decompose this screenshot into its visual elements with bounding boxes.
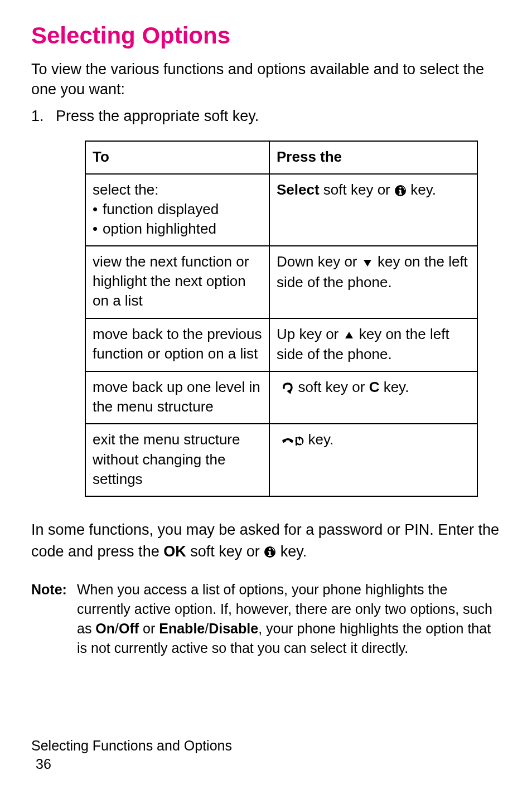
row0-tail1: soft key or [320,181,394,198]
note-mid: or [139,621,159,636]
table-row: view the next function or highlight the … [85,246,477,318]
note-on: On [95,621,115,636]
row1-pre: Down key or [277,253,361,270]
step-number: 1. [31,108,56,125]
footer-section: Selecting Functions and Options [31,738,232,754]
end-call-icon [280,430,304,449]
i-circle-icon [264,540,276,562]
after-paragraph: In some functions, you may be asked for … [31,519,501,564]
bullet-text: function displayed [103,200,262,219]
row4-tail: key. [304,431,333,448]
up-arrow-icon [343,324,355,343]
bullet-item: • function displayed [93,200,262,219]
cell-to-1: view the next function or highlight the … [85,246,269,318]
after-tail: key. [276,543,307,560]
page-title: Selecting Options [31,22,501,49]
cell-press-2: Up key or key on the left side of the ph… [269,318,477,372]
table-row: select the: • function displayed • optio… [85,174,477,246]
bullet-dot: • [93,219,103,239]
i-circle-icon [394,180,407,200]
note-off: Off [119,621,139,636]
note-slash1: / [115,621,119,636]
after-mid: soft key or [186,543,264,560]
cell-to-0: select the: • function displayed • optio… [85,174,269,246]
note-body: When you access a list of options, your … [77,580,501,658]
bullet-dot: • [93,200,103,219]
back-arrow-icon [280,377,294,397]
row3-mid: soft key or [294,379,369,395]
row0-post: key. [407,181,436,198]
key-table: To Press the select the: • function disp… [85,141,478,497]
cell-press-1: Down key or key on the left side of the … [269,246,477,318]
step-1: 1. Press the appropriate soft key. [31,108,501,125]
note-enable: Enable [159,621,205,636]
note-block: Note: When you access a list of options,… [31,580,501,658]
page-footer: Selecting Functions and Options 36 [31,738,232,772]
select-bold: Select [277,181,320,198]
header-to: To [85,141,269,174]
cell-to-2: move back to the previous function or op… [85,318,269,372]
bullet-item: • option highlighted [93,219,262,239]
note-disable: Disable [209,621,258,636]
row2-pre: Up key or [277,326,343,342]
footer-page-number: 36 [36,756,232,772]
intro-paragraph: To view the various functions and option… [31,59,501,100]
cell-press-0: Select soft key or key. [269,174,477,246]
cell-to-3: move back up one level in the menu struc… [85,371,269,424]
table-row: move back up one level in the menu struc… [85,371,477,424]
cell-to-4: exit the menu structure without changing… [85,424,269,496]
header-press: Press the [269,141,477,174]
table-row: move back to the previous function or op… [85,318,477,372]
cell-press-4: key. [269,424,477,496]
step-text: Press the appropriate soft key. [56,108,501,125]
table-header-row: To Press the [85,141,477,174]
down-arrow-icon [361,252,374,272]
bullet-text: option highlighted [103,219,262,239]
c-key-bold: C [369,379,380,395]
note-label: Note: [31,580,77,658]
table-row: exit the menu structure without changing… [85,424,477,496]
cell-press-3: soft key or C key. [269,371,477,424]
ok-bold: OK [163,543,186,560]
page: Selecting Options To view the various fu… [0,0,532,799]
row3-tail: key. [379,379,409,395]
row0-lead: select the: [93,180,262,200]
